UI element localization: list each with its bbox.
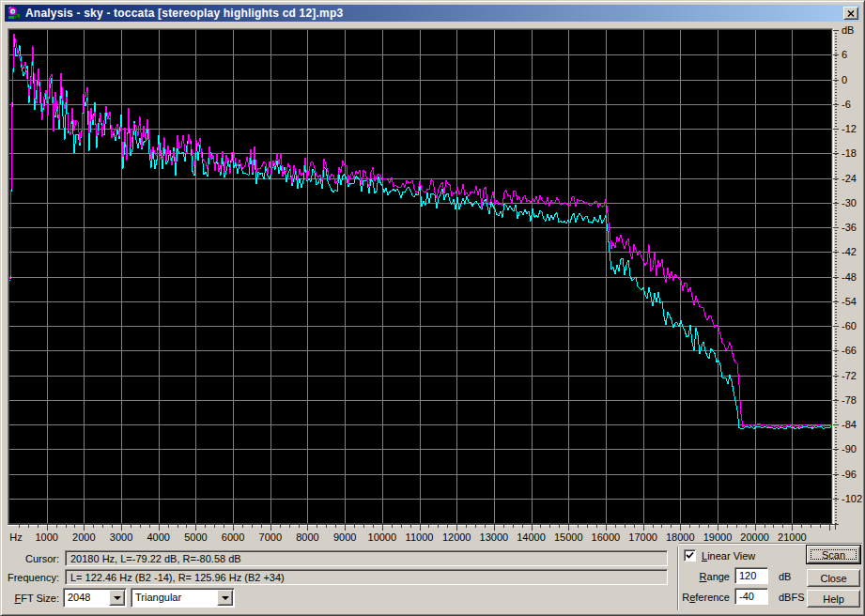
axis-label: -60 (842, 320, 857, 331)
axis-label: 6000 (222, 531, 244, 543)
spectrum-plot[interactable]: Hz10002000300040005000600070008000900010… (1, 24, 865, 546)
axis-label: -72 (842, 370, 857, 381)
axis-label: -24 (842, 173, 857, 184)
axis-label: 14000 (517, 531, 546, 543)
axis-label: -30 (842, 197, 857, 208)
close-dialog-button[interactable]: Close (807, 569, 860, 587)
axis-label: -48 (842, 271, 857, 283)
check-icon (686, 551, 694, 560)
fft-size-label: FFT Size: (1, 593, 59, 605)
fft-size-select[interactable]: 2048 (63, 588, 127, 608)
fft-size-dropdown-button[interactable] (109, 590, 125, 606)
window-title: Analysis - sky - toccata [stereoplay hig… (25, 7, 343, 20)
axis-label: -36 (842, 222, 857, 233)
reference-unit: dBFS (779, 592, 805, 604)
axis-label: 20000 (740, 531, 769, 543)
axis-label: -102 (842, 493, 862, 504)
chevron-down-icon (222, 596, 229, 600)
window-function-value: Triangular (135, 592, 181, 603)
frequency-value-box: L= 122.46 Hz (B2 -14), R= 125.96 Hz (B2 … (65, 569, 668, 585)
reference-label: Reference (673, 592, 730, 604)
axis-label: -18 (842, 147, 857, 159)
cursor-value: 20180 Hz, L=-79.22 dB, R=-80.58 dB (70, 553, 241, 564)
axis-label: 6 (842, 49, 847, 60)
help-button-label: Help (823, 593, 844, 605)
window-function-select[interactable]: Triangular (131, 588, 235, 608)
axis-label: 16000 (592, 531, 621, 543)
range-unit: dB (779, 571, 791, 583)
axis-label: 21000 (778, 531, 807, 543)
axis-label: 4000 (147, 531, 169, 543)
axis-label: 19000 (703, 531, 733, 543)
axis-label: 1000 (35, 531, 57, 543)
axis-label: Hz (9, 531, 22, 543)
axis-label: 2000 (72, 531, 95, 543)
axis-label: -6 (842, 99, 851, 110)
reference-input[interactable] (734, 588, 768, 605)
axis-label: dB (842, 24, 854, 36)
axis-label: -54 (842, 296, 857, 307)
linear-view-checkbox[interactable] (684, 549, 696, 562)
axis-label: -66 (842, 345, 857, 356)
axis-label: 12000 (442, 531, 471, 543)
close-button-label: Close (820, 573, 846, 584)
chevron-down-icon (114, 596, 121, 600)
axis-label: -96 (842, 469, 857, 480)
analysis-window: Analysis - sky - toccata [stereoplay hig… (0, 0, 865, 616)
axis-label: -78 (842, 394, 857, 406)
help-button[interactable]: Help (807, 590, 860, 608)
frequency-label: Frequency: (1, 572, 59, 584)
axis-label: 11000 (406, 531, 434, 543)
axis-label: 5000 (184, 531, 207, 543)
axis-label: 13000 (480, 531, 509, 543)
title-bar: Analysis - sky - toccata [stereoplay hig… (5, 5, 860, 22)
range-label: Range (679, 571, 730, 583)
axis-label: 18000 (666, 531, 695, 543)
cursor-label: Cursor: (1, 553, 59, 565)
axis-label: 7000 (259, 531, 282, 543)
cursor-value-box: 20180 Hz, L=-79.22 dB, R=-80.58 dB (65, 550, 668, 566)
focus-rect (811, 549, 857, 560)
close-button[interactable] (843, 7, 858, 20)
linear-view-label[interactable]: Linear View (702, 550, 755, 562)
axis-label: 10000 (368, 531, 397, 543)
close-icon (847, 10, 855, 17)
scan-button[interactable]: Scan (807, 546, 860, 563)
axis-label: 9000 (333, 531, 356, 543)
axis-label: -84 (842, 419, 857, 430)
axis-label: -12 (842, 123, 857, 134)
separator (679, 543, 862, 545)
axis-label: -90 (842, 443, 857, 454)
window-function-dropdown-button[interactable] (217, 590, 233, 606)
app-icon (7, 6, 22, 21)
axis-label: -42 (842, 246, 857, 257)
frequency-value: L= 122.46 Hz (B2 -14), R= 125.96 Hz (B2 … (70, 572, 285, 583)
axis-label: 3000 (110, 531, 132, 543)
axis-label: 8000 (296, 531, 318, 543)
axis-label: 17000 (628, 531, 657, 543)
fft-size-value: 2048 (68, 592, 90, 603)
axis-label: 15000 (554, 531, 583, 543)
axis-label: 0 (842, 74, 847, 85)
range-input[interactable] (734, 567, 768, 584)
